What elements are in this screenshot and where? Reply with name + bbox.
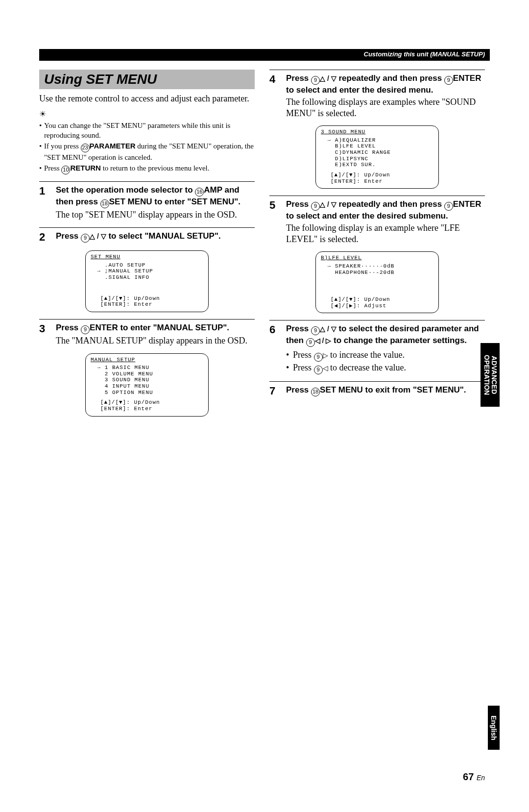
ref-icon: 9: [444, 202, 453, 211]
left-column: Using SET MENU Use the remote control to…: [39, 70, 255, 421]
content-columns: Using SET MENU Use the remote control to…: [39, 70, 490, 421]
step-3-heading: Press 9ENTER to enter "MANUAL SETUP".: [56, 322, 255, 334]
step-1: 1 Set the operation mode selector to 16A…: [39, 185, 255, 221]
ref-icon: 9: [314, 366, 323, 374]
ref-icon: 18: [311, 388, 320, 396]
osd-display-set-menu: SET MENU .AUTO SETUP → ;MANUAL SETUP .SI…: [85, 250, 209, 312]
ref-icon: 9: [311, 202, 320, 211]
ref-icon: 16: [195, 188, 204, 197]
step-number: 1: [39, 185, 49, 221]
note-1: You can change the "SET MENU" parameters…: [39, 121, 255, 141]
step-number: 4: [269, 73, 279, 119]
intro-paragraph: Use the remote control to access and adj…: [39, 93, 255, 104]
ref-icon: 9: [81, 325, 90, 334]
step-5: 5 Press 9△ / ▽ repeatedly and then press…: [269, 199, 485, 245]
step-2: 2 Press 9△ / ▽ to select "MANUAL SETUP".: [39, 231, 255, 244]
tip-notes: You can change the "SET MENU" parameters…: [39, 121, 255, 175]
step-6-bullets: Press 9▷ to increase the value. Press 9◁…: [286, 349, 485, 374]
header-breadcrumb: Customizing this unit (MANUAL SETUP): [364, 50, 485, 58]
step-6-heading: Press 9△ / ▽ to select the desired param…: [286, 323, 485, 347]
step-number: 3: [39, 322, 49, 346]
ref-icon: 10: [61, 166, 70, 174]
ref-icon: 9: [444, 76, 453, 85]
header-bar: Customizing this unit (MANUAL SETUP): [39, 49, 490, 61]
step-1-heading: Set the operation mode selector to 16AMP…: [56, 185, 255, 208]
ref-icon: 9: [311, 76, 320, 85]
right-column: 4 Press 9△ / ▽ repeatedly and then press…: [269, 70, 485, 421]
section-title: Using SET MENU: [44, 72, 157, 87]
step-4: 4 Press 9△ / ▽ repeatedly and then press…: [269, 73, 485, 119]
step-number: 7: [269, 385, 279, 397]
step-3: 3 Press 9ENTER to enter "MANUAL SETUP". …: [39, 322, 255, 346]
step-number: 2: [39, 231, 49, 244]
tip-icon: ☀: [39, 109, 255, 119]
page-number: 67 En: [463, 771, 485, 783]
step-2-heading: Press 9△ / ▽ to select "MANUAL SETUP".: [56, 231, 255, 243]
ref-icon: 9: [311, 326, 320, 335]
step-number: 6: [269, 323, 279, 374]
step-1-desc: The top "SET MENU" display appears in th…: [56, 209, 255, 221]
note-3: Press 10RETURN to return to the previous…: [39, 163, 255, 174]
step-4-heading: Press 9△ / ▽ repeatedly and then press 9…: [286, 73, 485, 96]
ref-icon: 23: [81, 144, 90, 152]
ref-icon: 18: [100, 199, 109, 208]
step-7: 7 Press 18SET MENU to exit from "SET MEN…: [269, 385, 485, 397]
ref-icon: 9: [306, 338, 315, 347]
section-title-box: Using SET MENU: [39, 70, 255, 89]
note-2: If you press 23PARAMETER during the "SET…: [39, 141, 255, 162]
step-7-heading: Press 18SET MENU to exit from "SET MENU"…: [286, 385, 485, 396]
side-tab-section: ADVANCED OPERATION: [481, 343, 500, 407]
step-number: 5: [269, 199, 279, 245]
step-3-desc: The "MANUAL SETUP" display appears in th…: [56, 335, 255, 346]
osd-display-sound-menu: 3 SOUND MENU → A)EQUALIZER B)LFE LEVEL C…: [315, 125, 439, 189]
step-6: 6 Press 9△ / ▽ to select the desired par…: [269, 323, 485, 374]
side-tab-language: English: [488, 706, 500, 750]
ref-icon: 9: [81, 234, 90, 243]
step-5-desc: The following display is an example wher…: [286, 222, 485, 245]
osd-display-manual-setup: MANUAL SETUP → 1 BASIC MENU 2 VOLUME MEN…: [85, 353, 209, 417]
step-5-heading: Press 9△ / ▽ repeatedly and then press 9…: [286, 199, 485, 221]
step-4-desc: The following displays are examples wher…: [286, 97, 485, 119]
ref-icon: 9: [314, 353, 323, 362]
osd-display-lfe-level: B)LFE LEVEL → SPEAKER······0dB HEADPHONE…: [315, 251, 439, 313]
